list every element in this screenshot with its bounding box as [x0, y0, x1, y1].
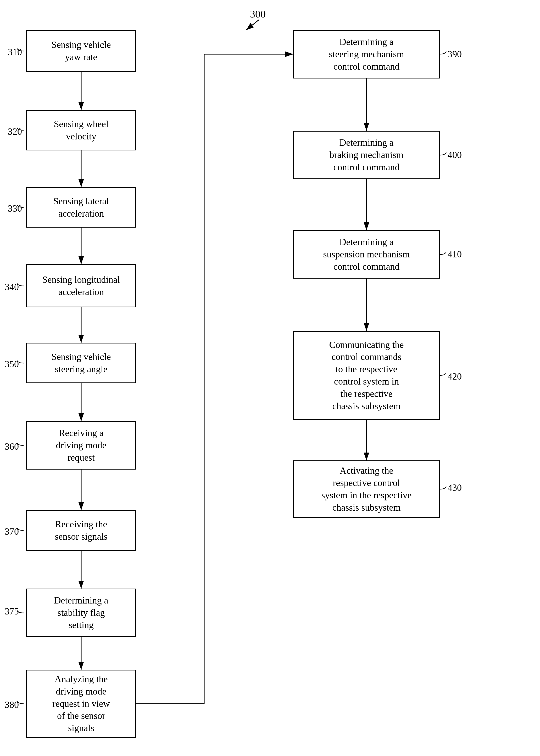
ref-420: 420	[448, 371, 462, 382]
svg-line-2	[246, 20, 259, 30]
box-360: Receiving adriving moderequest	[26, 421, 136, 470]
box-330: Sensing lateralacceleration	[26, 187, 136, 228]
top-ref-label: 300	[250, 8, 266, 20]
ref-370: 370	[5, 526, 19, 537]
ref-360: 360	[5, 441, 19, 452]
ref-310: 310	[8, 47, 22, 57]
ref-410: 410	[448, 249, 462, 260]
ref-380: 380	[5, 699, 19, 710]
box-370: Receiving thesensor signals	[26, 510, 136, 551]
ref-340: 340	[5, 281, 19, 292]
box-350: Sensing vehiclesteering angle	[26, 343, 136, 383]
box-400: Determining abraking mechanismcontrol co…	[293, 131, 440, 179]
box-380: Analyzing thedriving moderequest in view…	[26, 670, 136, 738]
box-310: Sensing vehicleyaw rate	[26, 30, 136, 72]
ref-375: 375	[5, 606, 19, 617]
box-410: Determining asuspension mechanismcontrol…	[293, 230, 440, 278]
ref-430: 430	[448, 482, 462, 493]
box-430: Activating therespective controlsystem i…	[293, 460, 440, 518]
box-420: Communicating thecontrol commandsto the …	[293, 331, 440, 420]
ref-350: 350	[5, 359, 19, 370]
ref-390: 390	[448, 49, 462, 59]
ref-400: 400	[448, 149, 462, 161]
ref-320: 320	[8, 126, 22, 137]
box-340: Sensing longitudinalacceleration	[26, 264, 136, 307]
box-375: Determining astability flagsetting	[26, 589, 136, 637]
box-320: Sensing wheelvelocity	[26, 110, 136, 151]
diagram-container: 300	[0, 0, 540, 756]
ref-330: 330	[8, 203, 22, 214]
box-390: Determining asteering mechanismcontrol c…	[293, 30, 440, 78]
